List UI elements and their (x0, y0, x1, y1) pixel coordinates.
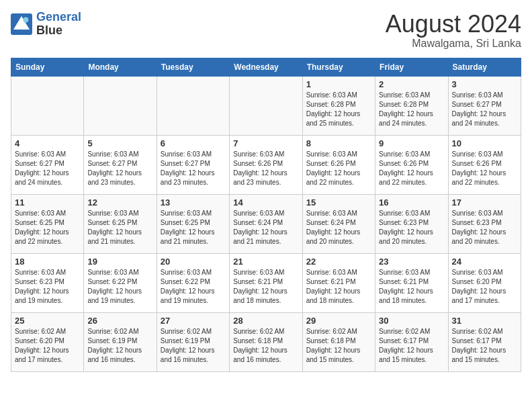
title-block: August 2024 Mawalgama, Sri Lanka (386, 11, 521, 50)
col-saturday: Saturday (448, 58, 521, 76)
day-number: 9 (379, 138, 444, 148)
day-number: 22 (306, 257, 371, 267)
month-year: August 2024 (386, 11, 521, 38)
day-number: 8 (306, 138, 371, 148)
calendar-cell: 6Sunrise: 6:03 AM Sunset: 6:27 PM Daylig… (157, 135, 229, 194)
day-info: Sunrise: 6:02 AM Sunset: 6:19 PM Dayligh… (87, 327, 152, 365)
svg-point-2 (23, 17, 28, 22)
calendar-cell (157, 76, 229, 135)
calendar-cell: 14Sunrise: 6:03 AM Sunset: 6:24 PM Dayli… (230, 194, 302, 253)
calendar-cell: 23Sunrise: 6:03 AM Sunset: 6:21 PM Dayli… (375, 253, 448, 312)
day-number: 13 (161, 197, 226, 208)
calendar-cell: 20Sunrise: 6:03 AM Sunset: 6:22 PM Dayli… (157, 253, 229, 312)
col-tuesday: Tuesday (157, 58, 229, 76)
calendar-cell (230, 76, 302, 135)
calendar-cell: 7Sunrise: 6:03 AM Sunset: 6:26 PM Daylig… (230, 135, 302, 194)
calendar-week-2: 4Sunrise: 6:03 AM Sunset: 6:27 PM Daylig… (11, 135, 521, 194)
day-info: Sunrise: 6:03 AM Sunset: 6:20 PM Dayligh… (452, 268, 517, 306)
day-info: Sunrise: 6:03 AM Sunset: 6:28 PM Dayligh… (379, 91, 444, 128)
calendar-cell: 13Sunrise: 6:03 AM Sunset: 6:25 PM Dayli… (157, 194, 229, 253)
day-number: 16 (379, 197, 444, 208)
logo-line2: Blue (36, 24, 81, 38)
calendar-cell: 18Sunrise: 6:03 AM Sunset: 6:23 PM Dayli… (11, 253, 84, 312)
calendar-cell: 19Sunrise: 6:03 AM Sunset: 6:22 PM Dayli… (84, 253, 157, 312)
calendar-cell: 31Sunrise: 6:02 AM Sunset: 6:17 PM Dayli… (448, 312, 521, 371)
col-thursday: Thursday (302, 58, 375, 76)
day-number: 14 (233, 197, 298, 208)
day-number: 7 (233, 138, 298, 148)
day-info: Sunrise: 6:03 AM Sunset: 6:27 PM Dayligh… (452, 91, 517, 128)
calendar-cell: 26Sunrise: 6:02 AM Sunset: 6:19 PM Dayli… (84, 312, 157, 371)
calendar-cell: 29Sunrise: 6:02 AM Sunset: 6:18 PM Dayli… (302, 312, 375, 371)
col-friday: Friday (375, 58, 448, 76)
calendar-cell: 17Sunrise: 6:03 AM Sunset: 6:23 PM Dayli… (448, 194, 521, 253)
day-info: Sunrise: 6:03 AM Sunset: 6:28 PM Dayligh… (306, 91, 371, 128)
calendar-cell: 28Sunrise: 6:02 AM Sunset: 6:18 PM Dayli… (230, 312, 302, 371)
day-number: 29 (306, 316, 371, 326)
col-sunday: Sunday (11, 58, 84, 76)
col-monday: Monday (84, 58, 157, 76)
calendar-cell: 25Sunrise: 6:02 AM Sunset: 6:20 PM Dayli… (11, 312, 84, 371)
day-number: 11 (15, 197, 80, 208)
day-info: Sunrise: 6:02 AM Sunset: 6:19 PM Dayligh… (161, 327, 226, 365)
day-number: 6 (161, 138, 226, 148)
calendar-cell: 30Sunrise: 6:02 AM Sunset: 6:17 PM Dayli… (375, 312, 448, 371)
day-number: 4 (15, 138, 80, 148)
calendar-cell: 8Sunrise: 6:03 AM Sunset: 6:26 PM Daylig… (302, 135, 375, 194)
calendar-week-1: 1Sunrise: 6:03 AM Sunset: 6:28 PM Daylig… (11, 76, 521, 135)
calendar-cell: 12Sunrise: 6:03 AM Sunset: 6:25 PM Dayli… (84, 194, 157, 253)
day-number: 15 (306, 197, 371, 208)
calendar-cell: 9Sunrise: 6:03 AM Sunset: 6:26 PM Daylig… (375, 135, 448, 194)
location: Mawalgama, Sri Lanka (386, 38, 521, 50)
day-info: Sunrise: 6:03 AM Sunset: 6:23 PM Dayligh… (379, 209, 444, 246)
day-number: 31 (452, 316, 517, 326)
day-info: Sunrise: 6:03 AM Sunset: 6:27 PM Dayligh… (161, 150, 226, 187)
calendar-table: Sunday Monday Tuesday Wednesday Thursday… (11, 58, 521, 372)
day-info: Sunrise: 6:03 AM Sunset: 6:24 PM Dayligh… (306, 209, 371, 246)
day-info: Sunrise: 6:03 AM Sunset: 6:26 PM Dayligh… (233, 150, 298, 187)
page-header: General Blue August 2024 Mawalgama, Sri … (11, 11, 521, 50)
day-number: 19 (87, 257, 152, 267)
calendar-week-4: 18Sunrise: 6:03 AM Sunset: 6:23 PM Dayli… (11, 253, 521, 312)
logo-text: General Blue (36, 11, 81, 38)
calendar-body: 1Sunrise: 6:03 AM Sunset: 6:28 PM Daylig… (11, 76, 521, 371)
calendar-cell: 21Sunrise: 6:03 AM Sunset: 6:21 PM Dayli… (230, 253, 302, 312)
day-info: Sunrise: 6:03 AM Sunset: 6:23 PM Dayligh… (452, 209, 517, 246)
day-number: 24 (452, 257, 517, 267)
calendar-cell: 27Sunrise: 6:02 AM Sunset: 6:19 PM Dayli… (157, 312, 229, 371)
calendar-week-5: 25Sunrise: 6:02 AM Sunset: 6:20 PM Dayli… (11, 312, 521, 371)
logo-icon (11, 13, 32, 35)
day-info: Sunrise: 6:03 AM Sunset: 6:24 PM Dayligh… (233, 209, 298, 246)
day-info: Sunrise: 6:03 AM Sunset: 6:25 PM Dayligh… (15, 209, 80, 246)
day-number: 10 (452, 138, 517, 148)
day-info: Sunrise: 6:03 AM Sunset: 6:21 PM Dayligh… (306, 268, 371, 306)
day-info: Sunrise: 6:02 AM Sunset: 6:17 PM Dayligh… (452, 327, 517, 365)
calendar-cell (11, 76, 84, 135)
day-number: 27 (161, 316, 226, 326)
day-number: 26 (87, 316, 152, 326)
day-info: Sunrise: 6:03 AM Sunset: 6:22 PM Dayligh… (161, 268, 226, 306)
day-number: 3 (452, 79, 517, 89)
day-info: Sunrise: 6:03 AM Sunset: 6:26 PM Dayligh… (452, 150, 517, 187)
day-number: 2 (379, 79, 444, 89)
calendar-cell: 16Sunrise: 6:03 AM Sunset: 6:23 PM Dayli… (375, 194, 448, 253)
day-number: 12 (87, 197, 152, 208)
day-info: Sunrise: 6:02 AM Sunset: 6:17 PM Dayligh… (379, 327, 444, 365)
day-number: 5 (87, 138, 152, 148)
day-info: Sunrise: 6:03 AM Sunset: 6:21 PM Dayligh… (233, 268, 298, 306)
calendar-cell: 4Sunrise: 6:03 AM Sunset: 6:27 PM Daylig… (11, 135, 84, 194)
calendar-header: Sunday Monday Tuesday Wednesday Thursday… (11, 58, 521, 76)
day-info: Sunrise: 6:03 AM Sunset: 6:27 PM Dayligh… (15, 150, 80, 187)
header-row: Sunday Monday Tuesday Wednesday Thursday… (11, 58, 521, 76)
day-number: 23 (379, 257, 444, 267)
day-info: Sunrise: 6:03 AM Sunset: 6:23 PM Dayligh… (15, 268, 80, 306)
calendar-cell (84, 76, 157, 135)
day-number: 21 (233, 257, 298, 267)
day-info: Sunrise: 6:03 AM Sunset: 6:21 PM Dayligh… (379, 268, 444, 306)
calendar-cell: 1Sunrise: 6:03 AM Sunset: 6:28 PM Daylig… (302, 76, 375, 135)
day-number: 25 (15, 316, 80, 326)
calendar-cell: 3Sunrise: 6:03 AM Sunset: 6:27 PM Daylig… (448, 76, 521, 135)
day-info: Sunrise: 6:02 AM Sunset: 6:18 PM Dayligh… (233, 327, 298, 365)
calendar-cell: 11Sunrise: 6:03 AM Sunset: 6:25 PM Dayli… (11, 194, 84, 253)
day-info: Sunrise: 6:03 AM Sunset: 6:26 PM Dayligh… (306, 150, 371, 187)
